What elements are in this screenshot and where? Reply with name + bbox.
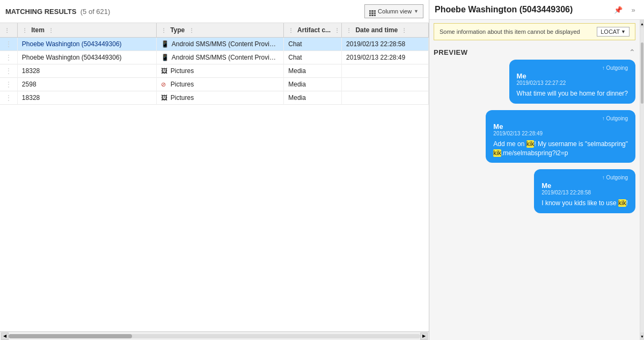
- message-time: 2019/02/13 22:27:22: [517, 80, 628, 86]
- results-title: MATCHING RESULTS (5 of 621): [5, 8, 110, 16]
- message-time: 2019/02/13 22:28:58: [541, 190, 628, 196]
- locat-button[interactable]: LOCAT ▼: [597, 27, 630, 37]
- message-text: I know you kids like to use kik!: [541, 199, 628, 208]
- preview-header: PREVIEW ⌃: [434, 44, 635, 60]
- message-direction: ↑ Outgoing: [493, 115, 628, 121]
- drag-handle-icon: ⋮: [346, 27, 352, 33]
- col-drag-handle: ⋮: [0, 23, 17, 38]
- scroll-thumb[interactable]: [9, 334, 132, 338]
- header-icons: 📌 »: [613, 4, 639, 15]
- col-artifact-header[interactable]: ⋮ Artifact c... ⋮: [284, 23, 342, 38]
- col-item-header[interactable]: ⋮ Item ⋮: [17, 23, 156, 38]
- highlight-text: kik: [493, 149, 501, 157]
- cell-type: 📱Android SMS/MMS (Content Provider): [156, 38, 283, 51]
- cell-item: 2598: [17, 78, 156, 91]
- sort-icon: ⋮: [48, 27, 54, 33]
- cell-item: Phoebe Washington (5043449306): [17, 38, 156, 51]
- row-drag-handle: ⋮: [0, 91, 17, 105]
- message-text: Add me on kik! My username is "selmabspr…: [493, 140, 628, 158]
- drag-handle-icon: ⋮: [288, 27, 294, 33]
- message-bubble: ↑ OutgoingMe2019/02/13 22:28:58I know yo…: [534, 169, 635, 213]
- scroll-left-button[interactable]: ◀: [1, 332, 9, 340]
- message-bubble: ↑ OutgoingMe2019/02/13 22:28:49Add me on…: [486, 110, 635, 163]
- scroll-right-button[interactable]: ▶: [420, 332, 428, 340]
- row-drag-handle: ⋮: [0, 64, 17, 78]
- message-sender: Me: [517, 72, 628, 80]
- dropdown-arrow-icon: ▼: [414, 9, 419, 14]
- grid-icon: [369, 6, 376, 16]
- table-row[interactable]: ⋮Phoebe Washington (5043449306)📱Android …: [0, 38, 429, 51]
- col-datetime-header[interactable]: ⋮ Date and time ⋮: [342, 23, 429, 38]
- cell-datetime: [342, 78, 429, 91]
- left-panel: MATCHING RESULTS (5 of 621) Column view …: [0, 0, 429, 340]
- table-row[interactable]: ⋮Phoebe Washington (5043449306)📱Android …: [0, 51, 429, 64]
- cell-type: 📱Android SMS/MMS (Content Provider): [156, 51, 283, 64]
- drag-handle-icon: ⋮: [161, 27, 166, 33]
- message-direction: ↑ Outgoing: [517, 65, 628, 71]
- cell-type: ⊘Pictures: [156, 78, 283, 91]
- expand-icon[interactable]: »: [628, 4, 639, 15]
- table-row[interactable]: ⋮2598⊘PicturesMedia: [0, 78, 429, 91]
- scroll-thumb-vertical[interactable]: [641, 42, 643, 104]
- pin-icon[interactable]: 📌: [613, 4, 624, 15]
- col-type-header[interactable]: ⋮ Type ⋮: [156, 23, 283, 38]
- info-banner: Some information about this item cannot …: [434, 23, 635, 40]
- cell-item: Phoebe Washington (5043449306): [17, 51, 156, 64]
- scroll-up-button[interactable]: ▲: [640, 20, 644, 27]
- message-direction: ↑ Outgoing: [541, 175, 628, 180]
- cell-artifact: Chat: [284, 38, 342, 51]
- cell-artifact: Chat: [284, 51, 342, 64]
- message-sender: Me: [541, 182, 628, 190]
- message-time: 2019/02/13 22:28:49: [493, 131, 628, 136]
- cell-datetime: [342, 91, 429, 105]
- row-drag-handle: ⋮: [0, 51, 17, 64]
- cell-datetime: 2019/02/13 22:28:49: [342, 51, 429, 64]
- row-drag-handle: ⋮: [0, 78, 17, 91]
- scroll-track[interactable]: [9, 334, 420, 338]
- locat-dropdown-icon: ▼: [621, 29, 626, 34]
- scroll-track-vertical[interactable]: [640, 27, 644, 332]
- type-icon: 📱: [161, 41, 170, 47]
- cell-type: 🖼Pictures: [156, 91, 283, 105]
- type-icon: 🖼: [161, 94, 169, 100]
- cell-artifact: Media: [284, 91, 342, 105]
- cell-type: 🖼Pictures: [156, 64, 283, 78]
- type-icon: 🖼: [161, 67, 169, 73]
- cell-item: 18328: [17, 91, 156, 105]
- horizontal-scrollbar[interactable]: ◀ ▶: [0, 331, 429, 340]
- results-table: ⋮ ⋮ Item ⋮ ⋮ Type ⋮ ⋮ A: [0, 23, 429, 331]
- highlight-text: kik: [618, 199, 626, 207]
- info-text: Some information about this item cannot …: [440, 28, 580, 35]
- row-drag-handle: ⋮: [0, 38, 17, 51]
- type-icon: 📱: [161, 55, 170, 61]
- highlight-text: kik: [526, 140, 535, 148]
- right-panel: Phoebe Washington (5043449306) 📌 » Some …: [429, 0, 644, 340]
- cell-datetime: [342, 64, 429, 78]
- sort-icon: ⋮: [401, 27, 407, 33]
- message-sender: Me: [493, 122, 628, 131]
- cell-datetime: 2019/02/13 22:28:58: [342, 38, 429, 51]
- preview-title: PREVIEW: [434, 48, 467, 56]
- cell-artifact: Media: [284, 64, 342, 78]
- table-row[interactable]: ⋮18328🖼PicturesMedia: [0, 64, 429, 78]
- drag-handle-icon: ⋮: [22, 27, 27, 33]
- type-icon: ⊘: [161, 81, 169, 87]
- column-view-label: Column view: [378, 8, 412, 15]
- message-text: What time will you be home for dinner?: [517, 89, 628, 98]
- table-row[interactable]: ⋮18328🖼PicturesMedia: [0, 91, 429, 105]
- chat-messages: ↑ OutgoingMe2019/02/13 22:27:22What time…: [434, 60, 635, 219]
- vertical-scrollbar[interactable]: ▲ ▼: [640, 20, 644, 340]
- collapse-icon[interactable]: ⌃: [629, 48, 635, 56]
- right-header: Phoebe Washington (5043449306) 📌 »: [429, 0, 644, 20]
- message-bubble: ↑ OutgoingMe2019/02/13 22:27:22What time…: [509, 60, 635, 104]
- scroll-down-button[interactable]: ▼: [640, 332, 644, 340]
- column-view-button[interactable]: Column view ▼: [364, 4, 423, 18]
- cell-artifact: Media: [284, 78, 342, 91]
- sort-icon: ⋮: [189, 27, 194, 33]
- cell-item: 18328: [17, 64, 156, 78]
- contact-title: Phoebe Washington (5043449306): [435, 5, 573, 15]
- results-header: MATCHING RESULTS (5 of 621) Column view …: [0, 0, 429, 23]
- preview-section: PREVIEW ⌃ ↑ OutgoingMe2019/02/13 22:27:2…: [429, 44, 640, 340]
- sort-icon: ⋮: [334, 27, 340, 33]
